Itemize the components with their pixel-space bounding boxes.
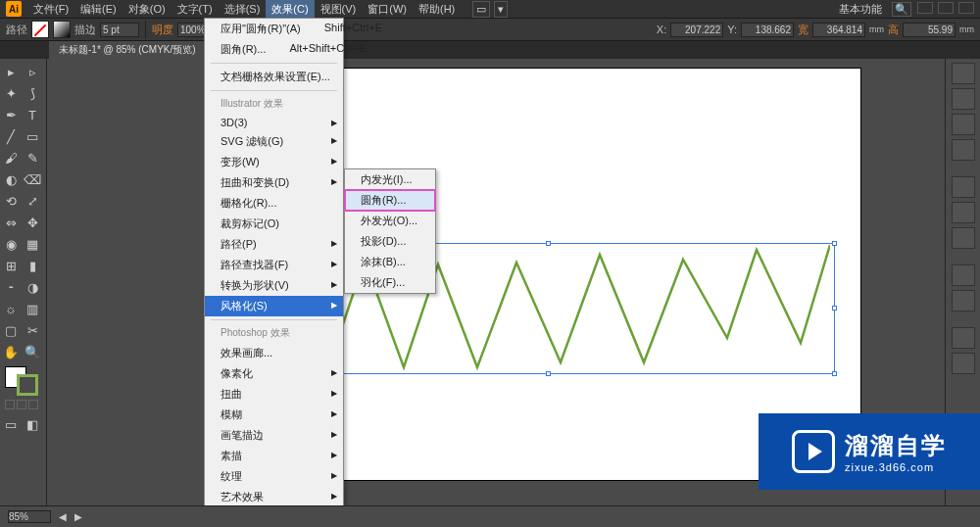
magic-wand-tool[interactable]: ✦ [0,82,22,104]
pen-tool[interactable]: ✒ [0,104,22,125]
menu-artistic[interactable]: 艺术效果 [205,487,343,507]
zoom-input[interactable] [8,510,51,523]
menu-feather[interactable]: 羽化(F)... [345,272,435,293]
gradient-tool[interactable]: ▮ [22,255,43,276]
menu-rasterize[interactable]: 栅格化(R)... [205,193,343,214]
width-input[interactable] [812,23,865,37]
brush-tool[interactable]: 🖌 [0,147,22,168]
panel-appearance-icon[interactable] [952,264,975,286]
color-well[interactable] [5,366,38,396]
menu-doc-raster-settings[interactable]: 文档栅格效果设置(E)... [205,67,343,87]
perspective-tool[interactable]: ▦ [22,233,43,255]
minimize-button[interactable] [917,2,933,14]
pencil-tool[interactable]: ✎ [22,147,43,168]
menu-inner-glow[interactable]: 内发光(I)... [345,169,435,190]
height-input[interactable] [903,23,956,37]
menu-window[interactable]: 窗口(W) [362,0,413,19]
symbol-sprayer-tool[interactable]: ☼ [0,298,22,319]
menu-round-corners[interactable]: 圆角(R)... [344,189,436,212]
panel-gradient-icon[interactable] [952,202,975,223]
layout-dropdown-icon[interactable]: ▭ [472,1,490,18]
menu-view[interactable]: 视图(V) [315,0,363,19]
close-button[interactable] [958,2,974,14]
color-mode-grad[interactable] [17,400,26,409]
artboard-tool[interactable]: ▢ [0,319,22,341]
scale-tool[interactable]: ⤢ [22,190,43,212]
stroke-swatch[interactable] [53,21,71,38]
arrange-dropdown-icon[interactable]: ▾ [494,1,508,18]
panel-transparency-icon[interactable] [952,227,975,249]
document-tab[interactable]: 未标题-1* @ 85% (CMYK/预览) [49,41,206,59]
line-tool[interactable]: ╱ [0,125,22,147]
free-transform-tool[interactable]: ✥ [22,212,43,233]
panel-symbols-icon[interactable] [952,139,975,161]
menu-file[interactable]: 文件(F) [27,0,74,19]
graph-tool[interactable]: ▥ [22,298,43,319]
menu-pathfinder[interactable]: 路径查找器(F) [205,255,343,275]
menu-select[interactable]: 选择(S) [219,0,267,19]
eraser-tool[interactable]: ⌫ [22,168,43,190]
workspace-switcher[interactable]: 基本功能 [839,2,882,17]
menu-effect[interactable]: 效果(C) [266,0,314,19]
menu-brush-strokes[interactable]: 画笔描边 [205,425,343,446]
menu-crop-marks[interactable]: 裁剪标记(O) [205,214,343,234]
maximize-button[interactable] [938,2,954,14]
menu-scribble[interactable]: 涂抹(B)... [345,252,435,272]
panel-color-icon[interactable] [952,63,975,84]
screen-mode[interactable]: ▭ [0,413,22,435]
menu-object[interactable]: 对象(O) [122,0,172,19]
menu-blur[interactable]: 模糊 [205,405,343,425]
menu-type[interactable]: 文字(T) [172,0,219,19]
panel-brushes-icon[interactable] [952,114,975,135]
color-mode-none[interactable] [28,400,38,409]
menu-warp[interactable]: 变形(W) [205,152,343,172]
selection-tool[interactable]: ▸ [0,61,22,82]
menu-effect-gallery[interactable]: 效果画廊... [205,343,343,363]
hand-tool[interactable]: ✋ [0,341,22,362]
menu-convert-to-shape[interactable]: 转换为形状(V) [205,275,343,296]
panel-graphic-styles-icon[interactable] [952,290,975,311]
menu-last-effect[interactable]: 圆角(R)...Alt+Shift+Ctrl+E [205,39,343,60]
menu-svg-filters[interactable]: SVG 滤镜(G) [205,131,343,152]
type-tool[interactable]: T [22,104,43,125]
status-nav-prev[interactable]: ◀ [59,511,67,522]
panel-swatches-icon[interactable] [952,88,975,110]
menu-pixelate[interactable]: 像素化 [205,363,343,384]
width-tool[interactable]: ⇔ [0,212,22,233]
rectangle-tool[interactable]: ▭ [22,125,43,147]
shape-builder-tool[interactable]: ◉ [0,233,22,255]
menu-edit[interactable]: 编辑(E) [74,0,122,19]
menu-texture[interactable]: 纹理 [205,466,343,487]
zoom-tool[interactable]: 🔍 [22,341,43,362]
eyedropper-tool[interactable]: ⁃ [0,276,22,298]
x-input[interactable] [670,23,723,37]
direct-select-tool[interactable]: ▹ [22,61,43,82]
menu-drop-shadow[interactable]: 投影(D)... [345,231,435,252]
rotate-tool[interactable]: ⟲ [0,190,22,212]
panel-artboards-icon[interactable] [952,353,975,374]
panel-layers-icon[interactable] [952,327,975,349]
menu-sketch[interactable]: 素描 [205,446,343,466]
status-nav-next[interactable]: ▶ [74,511,82,522]
menu-distort-transform[interactable]: 扭曲和变换(D) [205,172,343,193]
menu-stylize[interactable]: 风格化(S) [205,296,343,316]
menu-help[interactable]: 帮助(H) [413,0,461,19]
menu-apply-last-effect[interactable]: 应用"圆角(R)"(A)Shift+Ctrl+E [205,19,343,39]
blend-tool[interactable]: ◑ [22,276,43,298]
color-mode-fill[interactable] [5,400,15,409]
mesh-tool[interactable]: ⊞ [0,255,22,276]
menu-3d[interactable]: 3D(3) [205,114,343,131]
screen-mode-alt[interactable]: ◧ [22,413,43,435]
lasso-tool[interactable]: ⟆ [22,82,43,104]
menu-distort-ps[interactable]: 扭曲 [205,384,343,405]
y-input[interactable] [741,23,794,37]
stroke-weight-input[interactable] [100,23,139,37]
selection-type-label: 路径 [6,23,27,37]
menu-path[interactable]: 路径(P) [205,234,343,255]
search-icon[interactable]: 🔍 [892,2,911,17]
slice-tool[interactable]: ✂ [22,319,43,341]
blob-brush-tool[interactable]: ◐ [0,168,22,190]
fill-swatch[interactable] [31,21,49,38]
panel-stroke-icon[interactable] [952,176,975,198]
menu-outer-glow[interactable]: 外发光(O)... [345,211,435,231]
